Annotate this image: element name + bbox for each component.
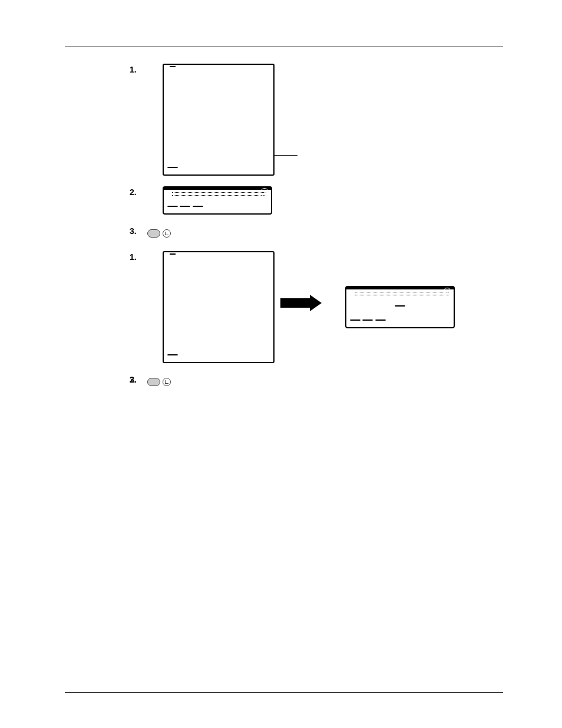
enter-key-icon xyxy=(163,229,171,238)
step-1b: i xyxy=(130,251,503,363)
step-1 xyxy=(130,64,503,176)
item-count xyxy=(170,66,176,67)
name-field[interactable] xyxy=(172,192,266,193)
new-button[interactable] xyxy=(167,167,178,168)
copy-to-address-book-button[interactable] xyxy=(395,305,405,307)
footer-rule xyxy=(65,692,503,693)
function-key-icon xyxy=(147,378,160,386)
number-field[interactable] xyxy=(172,195,266,196)
item-count xyxy=(170,253,176,255)
header-rule xyxy=(65,47,503,47)
info-icon[interactable]: i xyxy=(260,188,269,196)
running-head xyxy=(65,34,503,43)
step-3 xyxy=(130,225,503,241)
page-footer xyxy=(65,692,503,695)
edit-number-dialog: i xyxy=(345,286,455,328)
figure-sim-list xyxy=(163,64,503,176)
sim-manager-screen-2 xyxy=(163,251,275,363)
sim-manager-screen xyxy=(163,64,275,176)
ok-button[interactable] xyxy=(350,319,361,321)
ok-button[interactable] xyxy=(167,206,178,207)
contact-list xyxy=(164,256,273,258)
function-key-icon xyxy=(147,229,160,238)
step-3b xyxy=(130,374,503,389)
contact-list xyxy=(164,68,273,71)
arrow-icon xyxy=(280,296,322,310)
number-field[interactable] xyxy=(355,295,449,295)
step-2: i xyxy=(130,186,503,215)
info-icon[interactable]: i xyxy=(443,288,451,296)
cancel-button[interactable] xyxy=(180,206,190,207)
callout-leader xyxy=(274,155,297,156)
enter-key-icon xyxy=(163,378,171,386)
name-field[interactable] xyxy=(355,292,449,292)
lookup-button[interactable] xyxy=(193,206,203,207)
delete-button[interactable] xyxy=(375,319,386,321)
new-button[interactable] xyxy=(167,354,178,355)
add-number-dialog: i xyxy=(163,186,272,215)
cancel-button[interactable] xyxy=(362,319,373,321)
figure-edit-flow: i xyxy=(163,251,503,363)
figure-add-number: i xyxy=(163,186,503,215)
